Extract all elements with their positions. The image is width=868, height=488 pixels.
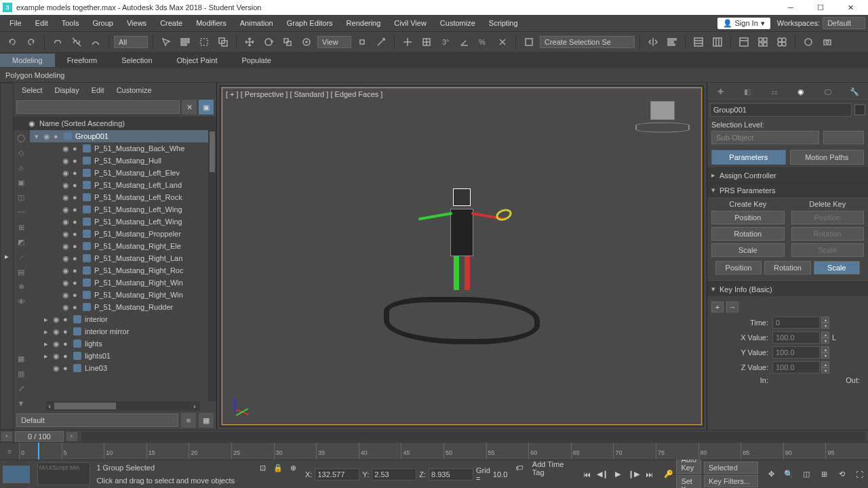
close-button[interactable]: ✕ bbox=[835, 0, 865, 15]
viewport-character[interactable] bbox=[450, 188, 473, 291]
play-button[interactable]: ▶ bbox=[611, 468, 625, 481]
prs-scale-button[interactable]: Scale bbox=[814, 261, 860, 274]
color-swatch[interactable] bbox=[3, 466, 30, 483]
render-setup-button[interactable] bbox=[800, 34, 816, 50]
menu-scripting[interactable]: Scripting bbox=[482, 16, 525, 30]
tree-row[interactable]: ▸◉●interior bbox=[30, 313, 208, 325]
menu-rendering[interactable]: Rendering bbox=[340, 16, 388, 30]
scene-column-header[interactable]: ◉ Name (Sorted Ascending) bbox=[14, 117, 216, 130]
object-name-input[interactable] bbox=[710, 103, 852, 117]
key-prev-button[interactable]: + bbox=[711, 302, 724, 312]
trackbar-icon[interactable]: ≡ bbox=[0, 443, 19, 460]
filter-groups-icon[interactable]: ⊞ bbox=[14, 220, 28, 235]
tree-row[interactable]: ◉●P_51_Mustang_Left_Land bbox=[30, 179, 208, 191]
tree-row[interactable]: ◉●P_51_Mustang_Proppeler bbox=[30, 228, 208, 240]
rollout-assign-controller[interactable]: ▸Assign Controller bbox=[707, 168, 868, 182]
timeslider-prev[interactable]: ‹ bbox=[1, 432, 12, 441]
undo-button[interactable] bbox=[4, 34, 20, 50]
unlink-button[interactable] bbox=[68, 34, 85, 50]
motion-paths-button[interactable]: Motion Paths bbox=[790, 150, 865, 165]
menu-tools[interactable]: Tools bbox=[55, 16, 86, 30]
ribbon-tab-modeling[interactable]: Modeling bbox=[0, 54, 55, 67]
nav-zoom-icon[interactable]: 🔍 bbox=[781, 467, 796, 482]
render-button[interactable] bbox=[819, 34, 835, 50]
scene-tab-edit[interactable]: Edit bbox=[86, 84, 110, 96]
layer-btn2[interactable]: ▦ bbox=[199, 413, 214, 428]
signin-button[interactable]: 👤 Sign In ▾ bbox=[717, 18, 770, 29]
timetag-icon[interactable]: 🏷 bbox=[513, 460, 526, 475]
tree-row[interactable]: ◉●P_51_Mustang_Right_Ele bbox=[30, 240, 208, 252]
layer-explorer-button[interactable] bbox=[690, 34, 707, 50]
cmd-tab-motion-icon[interactable]: ◉ bbox=[793, 84, 809, 100]
mirror-button[interactable] bbox=[645, 34, 661, 50]
filter-funnel-icon[interactable]: ▼ bbox=[14, 396, 28, 411]
select-object-button[interactable] bbox=[158, 34, 174, 50]
tree-row[interactable]: ◉●P_51_Mustang_Right_Win bbox=[30, 289, 208, 301]
viewport-perspective[interactable]: [ + ] [ Perspective ] [ Standard ] [ Edg… bbox=[220, 85, 704, 427]
zvalue-spinner[interactable]: ▴▾ bbox=[821, 361, 829, 373]
lock-button[interactable]: L bbox=[832, 333, 836, 342]
named-selection-edit-button[interactable] bbox=[521, 34, 537, 50]
sub-object-mode-dropdown[interactable] bbox=[823, 131, 864, 144]
time-spinner[interactable]: ▴▾ bbox=[821, 317, 829, 329]
filter-all-icon[interactable]: ▥ bbox=[14, 366, 28, 381]
nav-maximize-icon[interactable]: ⛶ bbox=[852, 467, 867, 482]
maxscript-listener[interactable]: MAXScript Min bbox=[37, 462, 91, 485]
keyfilters-button[interactable]: Key Filters... bbox=[704, 475, 758, 487]
link-button[interactable] bbox=[50, 34, 66, 50]
tree-row[interactable]: ◉●P_51_Mustang_Left_Wing bbox=[30, 203, 208, 216]
sub-object-dropdown[interactable]: Sub-Object bbox=[711, 131, 819, 144]
tree-row[interactable]: ▾◉●Group001 bbox=[30, 130, 208, 142]
percent-snap-button[interactable]: % bbox=[475, 34, 492, 50]
timeline-cursor[interactable] bbox=[38, 443, 39, 460]
tree-row[interactable]: ◉●P_51_Mustang_Left_Wing bbox=[30, 216, 208, 228]
ref-coord-dropdown[interactable]: View bbox=[317, 36, 351, 48]
tree-row[interactable]: ◉●P_51_Mustang_Left_Elev bbox=[30, 167, 208, 179]
angle-button[interactable] bbox=[456, 34, 473, 50]
time-slider[interactable]: ‹ 0 / 100 › bbox=[0, 430, 868, 442]
cmd-tab-hierarchy-icon[interactable]: ⚏ bbox=[766, 84, 783, 100]
goto-start-button[interactable]: ⏮ bbox=[580, 468, 593, 481]
select-by-name-button[interactable] bbox=[177, 34, 193, 50]
tree-row[interactable]: ◉●P_51_Mustang_Right_Lan bbox=[30, 252, 208, 264]
goto-end-button[interactable]: ⏭ bbox=[642, 468, 656, 481]
material-editor-button[interactable] bbox=[774, 34, 790, 50]
placement-button[interactable] bbox=[298, 34, 315, 50]
timeslider-next[interactable]: › bbox=[66, 432, 77, 441]
move-button[interactable] bbox=[241, 34, 258, 50]
menu-group[interactable]: Group bbox=[85, 16, 120, 30]
scene-search-input[interactable] bbox=[16, 100, 180, 114]
toggle-ribbon-button[interactable] bbox=[709, 34, 726, 50]
menu-civilview[interactable]: Civil View bbox=[387, 16, 433, 30]
align-button[interactable] bbox=[664, 34, 680, 50]
filter-cameras-icon[interactable]: ▣ bbox=[14, 175, 28, 190]
workspaces-dropdown[interactable]: Default bbox=[823, 17, 865, 29]
cmd-tab-create-icon[interactable]: ✚ bbox=[713, 84, 729, 100]
ribbon-sublabel[interactable]: Polygon Modeling bbox=[5, 71, 64, 79]
parameters-button[interactable]: Parameters bbox=[711, 150, 786, 165]
scene-tab-display[interactable]: Display bbox=[50, 84, 85, 96]
filter-helpers-icon[interactable]: ◫ bbox=[14, 190, 28, 205]
menu-file[interactable]: File bbox=[3, 16, 28, 30]
ribbon-tab-populate[interactable]: Populate bbox=[229, 54, 283, 67]
filter-lights-icon[interactable]: ☼ bbox=[14, 160, 28, 175]
key-next-button[interactable]: → bbox=[726, 302, 738, 312]
filter-geometry-icon[interactable]: ◯ bbox=[14, 130, 28, 145]
select-window-crossing-button[interactable] bbox=[215, 34, 231, 50]
filter-shapes-icon[interactable]: ◇ bbox=[14, 145, 28, 160]
nav-fov-icon[interactable]: ◫ bbox=[799, 467, 814, 482]
yvalue-spinner[interactable]: ▴▾ bbox=[821, 346, 829, 359]
object-color-swatch[interactable] bbox=[854, 104, 865, 115]
ribbon-tab-freeform[interactable]: Freeform bbox=[55, 54, 110, 67]
nav-zoomext-icon[interactable]: ⊞ bbox=[816, 467, 831, 482]
coord-display-icon[interactable]: ⊕ bbox=[288, 460, 300, 475]
zvalue-input[interactable] bbox=[772, 361, 820, 373]
cmd-tab-utilities-icon[interactable]: 🔧 bbox=[846, 84, 863, 100]
filter-xrefs-icon[interactable]: ◩ bbox=[14, 235, 28, 249]
key-mode-icon[interactable]: 🔑 bbox=[664, 470, 673, 479]
schematic-view-button[interactable] bbox=[755, 34, 771, 50]
timetag-label[interactable]: Add Time Tag bbox=[527, 460, 576, 488]
menu-customize[interactable]: Customize bbox=[433, 16, 482, 30]
timeline-ruler[interactable]: ≡ 05101520253035404550556065707580859095… bbox=[0, 442, 868, 460]
create-position-button[interactable]: Position bbox=[711, 211, 785, 224]
